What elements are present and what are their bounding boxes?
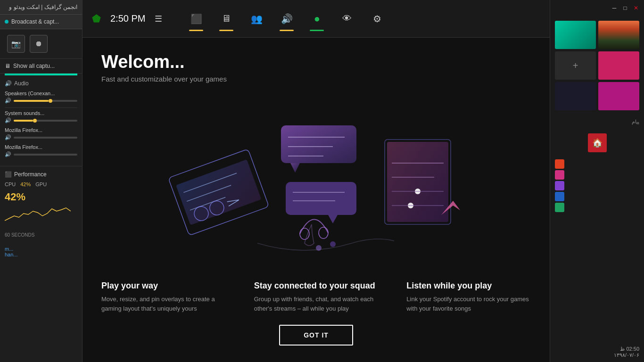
feature-listen-play: Listen while you play Link your Spotify …	[406, 281, 531, 313]
minimize-button[interactable]: ─	[610, 4, 619, 12]
nav-stream-button[interactable]: 🖥	[211, 5, 241, 33]
nav-audio-button[interactable]: 🔊	[272, 5, 302, 33]
dot-purple	[555, 181, 564, 190]
audio-icon-left: 🔊	[5, 80, 12, 87]
svg-rect-12	[286, 182, 356, 215]
dot-red	[555, 159, 564, 169]
bottom-links[interactable]: m... han...	[0, 242, 82, 261]
feature-3-title: Listen while you play	[406, 281, 531, 291]
dot-blue	[555, 192, 564, 201]
big-cpu-percent: 42%	[5, 191, 77, 203]
maximize-button[interactable]: □	[621, 4, 629, 12]
feature-2-title: Stay connected to your squad	[254, 281, 379, 291]
mozilla2-volume-row: 🔊	[5, 151, 77, 157]
system-sounds-item: System sounds... 🔊	[5, 110, 77, 123]
sparkline-chart	[5, 204, 77, 232]
mozilla1-volume-row: 🔊	[5, 134, 77, 140]
feature-play-your-way: Play your way Move, resize, and pin over…	[101, 281, 226, 313]
nav-lookingfor-button[interactable]: 👁	[332, 5, 362, 33]
mozilla1-slider[interactable]	[14, 137, 77, 139]
system-sounds-slider[interactable]	[14, 120, 77, 122]
home-section: 🏠	[550, 129, 644, 157]
show-all-label: Show all captu...	[13, 63, 55, 69]
perf-icon: ⬛	[5, 171, 12, 178]
link2[interactable]: han...	[5, 252, 77, 257]
record-button[interactable]: ⏺	[30, 35, 48, 53]
link1[interactable]: m...	[5, 246, 77, 252]
friends-nav-icon: 👥	[251, 13, 263, 25]
system-vol-icon: 🔊	[5, 117, 11, 123]
time-display: 2:50 PM	[110, 13, 145, 24]
svg-marker-15	[328, 215, 338, 223]
stream-indicator	[219, 30, 233, 31]
audio-label: 🔊 Audio	[5, 80, 77, 87]
feature-1-desc: Move, resize, and pin overlays to create…	[101, 295, 226, 313]
swatch-landscape	[598, 21, 639, 49]
seconds-label: 60 SECONDS	[5, 232, 77, 238]
audio-text: Audio	[14, 80, 29, 87]
broadcast-header: Broadcast & capt...	[0, 15, 82, 29]
got-it-button[interactable]: GOT IT	[279, 325, 353, 346]
feature-2-desc: Group up with friends, chat, and watch e…	[254, 295, 379, 313]
got-it-row: GOT IT	[101, 320, 531, 353]
right-datetime: 02:50 ظ ۱۳۹۸/۰۷/۰۶	[550, 342, 644, 362]
svg-rect-17	[387, 142, 448, 222]
welcome-subtitle: Fast and customizable over your games	[101, 75, 531, 83]
moz2-vol-icon: 🔊	[5, 151, 11, 157]
svg-point-25	[319, 227, 328, 239]
gpu-label: GPU	[35, 181, 47, 187]
feature-connected-squad: Stay connected to your squad Group up wi…	[254, 281, 379, 313]
hamburger-icon[interactable]: ☰	[155, 14, 162, 24]
perf-metrics-row: CPU 42% GPU	[5, 181, 77, 187]
swatch-pink	[598, 51, 639, 80]
welcome-title: Welcom...	[101, 52, 531, 72]
top-bar: ⬟ 2:50 PM ☰ ⬛ 🖥 👥 🔊 ●	[83, 0, 550, 38]
nav-spotify-button[interactable]: ●	[302, 5, 332, 33]
swatch-placeholder: +	[555, 51, 596, 80]
screenshot-button[interactable]: 📷	[7, 35, 25, 53]
mozilla2-slider[interactable]	[14, 154, 77, 156]
feature-3-desc: Link your Spotify account to rock your g…	[406, 295, 531, 313]
feature-1-title: Play your way	[101, 281, 226, 291]
left-panel: انجمن گرافیک | امکت ویدئو و Broadcast & …	[0, 0, 83, 362]
features-row: Play your way Move, resize, and pin over…	[101, 276, 531, 320]
speakers-volume-row: 🔊	[5, 98, 77, 104]
audio-indicator	[280, 30, 294, 31]
nav-friends-button[interactable]: 👥	[241, 5, 272, 33]
nav-capture-button[interactable]: ⬛	[181, 5, 211, 33]
right-farsi-text: پیام	[550, 115, 644, 129]
svg-rect-1	[176, 159, 261, 225]
capture-icons-row: 📷 ⏺	[0, 29, 82, 59]
speakers-slider[interactable]	[14, 100, 77, 102]
close-button[interactable]: ✕	[632, 4, 640, 12]
perf-label: Performance	[14, 171, 47, 178]
right-panel: ─ □ ✕ + پیام 🏠 02:50	[550, 0, 644, 362]
xbox-icon: ⬟	[92, 13, 101, 25]
settings-nav-icon: ⚙	[373, 13, 381, 25]
colored-row-1	[555, 159, 639, 169]
performance-section: ⬛ Performance CPU 42% GPU 42% 60 SECONDS	[0, 166, 82, 242]
mozilla1-item: Mozilla Firefox... 🔊	[5, 127, 77, 140]
audio-section: 🔊 Audio Speakers (Conexan... 🔊 System so…	[0, 75, 82, 166]
swatch-magenta	[598, 82, 639, 110]
top-bar-rtl: انجمن گرافیک | امکت ویدئو و	[0, 0, 82, 15]
cpu-label: CPU	[5, 181, 16, 187]
svg-marker-11	[290, 163, 300, 173]
top-bar-text: انجمن گرافیک | امکت ویدئو و	[9, 4, 77, 10]
mozilla2-name: Mozilla Firefox...	[5, 144, 77, 150]
spotify-nav-icon: ●	[314, 13, 320, 25]
divider1	[5, 107, 77, 108]
perf-header: ⬛ Performance	[5, 171, 77, 178]
capture-nav-icon: ⬛	[190, 13, 202, 25]
mozilla2-item: Mozilla Firefox... 🔊	[5, 144, 77, 157]
colored-row-4	[555, 192, 639, 201]
broadcast-label: Broadcast & capt...	[11, 18, 59, 25]
dot-pink	[555, 170, 564, 180]
color-swatches: +	[550, 16, 644, 115]
home-icon-box[interactable]: 🏠	[588, 133, 607, 152]
swatch-teal	[555, 21, 596, 49]
nav-settings-button[interactable]: ⚙	[362, 5, 392, 33]
audio-nav-icon: 🔊	[281, 13, 293, 25]
show-all-captures-button[interactable]: 🖥 Show all captu...	[0, 59, 82, 74]
system-sounds-volume-row: 🔊	[5, 117, 77, 123]
